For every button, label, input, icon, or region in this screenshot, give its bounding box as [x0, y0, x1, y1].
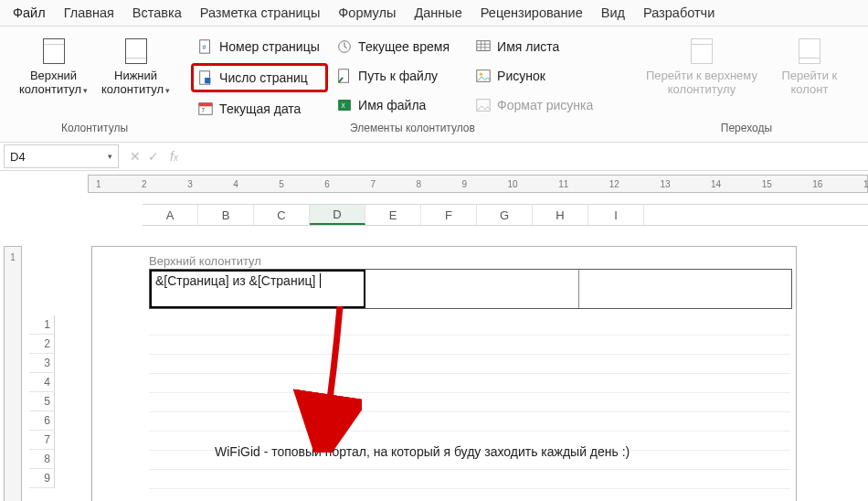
formula-input[interactable]: [185, 145, 868, 167]
row-header-7[interactable]: 7: [29, 431, 55, 450]
ruler-tick: 17: [863, 179, 868, 189]
confirm-icon[interactable]: ✓: [148, 149, 159, 164]
tab-review[interactable]: Рецензирование: [471, 2, 592, 24]
group-label: Элементы колонтитулов: [191, 122, 634, 134]
tab-view[interactable]: Вид: [592, 2, 634, 24]
tab-data[interactable]: Данные: [405, 2, 471, 24]
grid-row[interactable]: [149, 412, 790, 432]
tab-layout[interactable]: Разметка страницы: [191, 2, 330, 24]
file-name-icon: X: [336, 97, 353, 113]
ruler-tick: 5: [279, 179, 284, 189]
file-path-icon: [336, 68, 353, 84]
tab-insert[interactable]: Вставка: [123, 2, 191, 24]
row-header-4[interactable]: 4: [29, 373, 55, 392]
worksheet-grid[interactable]: [149, 316, 790, 489]
format-picture-icon: [475, 97, 492, 113]
goto-footer-button: Перейти к колонт: [767, 32, 852, 96]
chevron-down-icon[interactable]: ▾: [108, 152, 112, 161]
column-header-F[interactable]: F: [421, 205, 477, 225]
file-name-button[interactable]: X Имя файла: [330, 92, 467, 118]
formula-bar: D4 ▾ ✕ ✓ fx: [0, 142, 868, 171]
fx-icon[interactable]: fx: [170, 149, 178, 164]
sheet-area: 12345678910111213141516171819 1 ABCDEFGH…: [0, 171, 868, 501]
ruler-tick: 15: [762, 179, 772, 189]
ruler-tick: 4: [233, 179, 238, 189]
current-time-button[interactable]: Текущее время: [330, 34, 467, 59]
ruler-tick: 3: [187, 179, 193, 189]
time-icon: [336, 38, 353, 55]
grid-row[interactable]: [149, 374, 790, 393]
column-header-I[interactable]: I: [588, 205, 644, 225]
cancel-icon[interactable]: ✕: [130, 149, 141, 164]
ruler-tick: 9: [462, 179, 468, 189]
ruler-tick: 6: [324, 179, 330, 189]
header-right-cell[interactable]: [579, 270, 791, 308]
ruler-tick: 2: [142, 179, 147, 189]
row-header-1[interactable]: 1: [29, 315, 55, 335]
grid-row[interactable]: [149, 393, 790, 412]
svg-text:7: 7: [202, 107, 206, 113]
header-button[interactable]: Верхний колонтитул▾: [15, 32, 93, 98]
footer-button[interactable]: Нижний колонтитул▾: [97, 32, 175, 98]
format-picture-button: Формат рисунка: [469, 92, 606, 118]
body-text: WiFiGid - топовый портал, на который я б…: [215, 444, 630, 459]
ruler-tick: 11: [558, 179, 568, 189]
column-header-G[interactable]: G: [477, 205, 533, 225]
file-path-button[interactable]: Путь к файлу: [330, 63, 467, 89]
tab-home[interactable]: Главная: [55, 2, 123, 24]
column-header-E[interactable]: E: [365, 205, 421, 225]
svg-text:#: #: [203, 43, 206, 51]
page-number-button[interactable]: # Номер страницы: [191, 34, 328, 59]
horizontal-ruler[interactable]: 12345678910111213141516171819: [88, 175, 868, 193]
row-header-6[interactable]: 6: [29, 411, 55, 431]
group-header-footer: Верхний колонтитул▾ Нижний колонтитул▾ К…: [4, 32, 185, 136]
row-headers: 123456789: [29, 315, 55, 488]
header-center-cell[interactable]: [365, 270, 578, 308]
column-header-D[interactable]: D: [310, 205, 365, 225]
ruler-tick: 1: [96, 179, 101, 189]
column-header-A[interactable]: A: [143, 205, 198, 225]
header-footer-label: Верхний колонтитул: [149, 254, 261, 268]
ruler-tick: 7: [370, 179, 376, 189]
svg-point-13: [480, 72, 483, 76]
group-label: Переходы: [629, 122, 864, 134]
group-label: Колонтитулы: [4, 122, 185, 134]
row-header-3[interactable]: 3: [29, 354, 55, 373]
sheet-name-icon: [475, 38, 492, 55]
tab-file[interactable]: Файл: [4, 2, 55, 24]
menu-tabs: Файл Главная Вставка Разметка страницы Ф…: [0, 0, 868, 27]
tab-dev[interactable]: Разработчи: [634, 2, 724, 24]
ruler-tick: 1: [10, 252, 16, 262]
sheet-name-button[interactable]: Имя листа: [469, 34, 606, 59]
column-header-C[interactable]: C: [254, 205, 310, 225]
grid-row[interactable]: [149, 470, 790, 489]
ruler-tick: 14: [711, 179, 721, 189]
column-header-H[interactable]: H: [533, 205, 588, 225]
grid-row[interactable]: [149, 336, 790, 355]
goto-header-icon: [691, 38, 713, 64]
current-date-button[interactable]: 7 Текущая дата: [191, 96, 328, 122]
name-box[interactable]: D4 ▾: [4, 144, 119, 168]
chevron-down-icon: ▾: [83, 86, 88, 95]
ruler-tick: 8: [416, 179, 421, 189]
header-section[interactable]: &[Страница] из &[Страниц]: [149, 269, 792, 309]
ribbon: Верхний колонтитул▾ Нижний колонтитул▾ К…: [0, 27, 868, 142]
tab-formulas[interactable]: Формулы: [329, 2, 405, 24]
ruler-tick: 16: [812, 179, 822, 189]
picture-icon: [475, 68, 492, 84]
page-count-button[interactable]: Число страниц: [191, 63, 328, 92]
chevron-down-icon: ▾: [165, 86, 170, 95]
picture-button[interactable]: Рисунок: [469, 63, 606, 89]
grid-row[interactable]: [149, 316, 790, 336]
ruler-tick: 12: [609, 179, 619, 189]
row-header-2[interactable]: 2: [29, 335, 55, 354]
header-left-cell[interactable]: &[Страница] из &[Страниц]: [150, 270, 365, 308]
column-header-B[interactable]: B: [198, 205, 254, 225]
vertical-ruler[interactable]: 1: [4, 246, 22, 501]
row-header-9[interactable]: 9: [29, 469, 55, 488]
row-header-8[interactable]: 8: [29, 450, 55, 469]
grid-row[interactable]: [149, 355, 790, 374]
row-header-5[interactable]: 5: [29, 392, 55, 411]
page-number-icon: #: [197, 38, 214, 55]
group-navigation: Перейти к верхнему колонтитулу Перейти к…: [629, 32, 864, 136]
